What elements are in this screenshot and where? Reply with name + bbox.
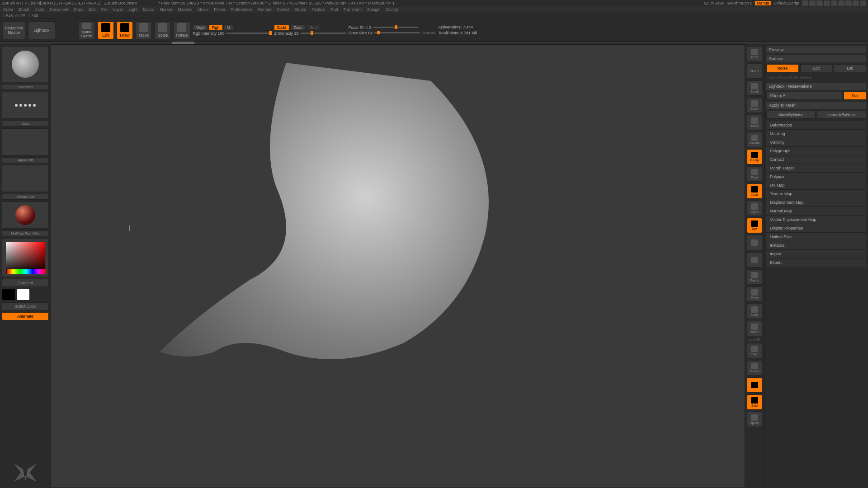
brush-selector[interactable] [2, 46, 49, 82]
delete-noise-button[interactable]: Del [834, 64, 866, 72]
nav-btn11[interactable] [747, 235, 762, 250]
nav-bpr[interactable]: BPR [747, 46, 762, 61]
section-visibility[interactable]: Visibility [766, 138, 866, 146]
menu-tool[interactable]: Tool [330, 7, 338, 12]
draw-mode-button[interactable]: Draw [117, 21, 133, 39]
nav-persp[interactable]: Persp [747, 149, 762, 164]
section-polypaint[interactable]: Polypaint [766, 172, 866, 181]
menu-document[interactable]: Document [50, 7, 68, 12]
surface-header[interactable]: Surface [766, 55, 866, 62]
nav-zoom[interactable]: Zoom [747, 98, 762, 113]
menu-material[interactable]: Material [178, 7, 192, 12]
nav-move[interactable]: Move [747, 286, 762, 302]
menu-picker[interactable]: Picker [214, 7, 225, 12]
quicksketch-button[interactable]: Quick Sketch [79, 21, 95, 39]
z-intensity-slider[interactable] [301, 33, 346, 34]
nav-local[interactable]: Local [747, 183, 762, 199]
menu-macro[interactable]: Macro [143, 7, 154, 12]
section-morph-target[interactable]: Morph Target [766, 164, 866, 172]
section-polygroups[interactable]: Polygroups [766, 146, 866, 155]
menu-stencil[interactable]: Stencil [277, 7, 289, 12]
menu-alpha[interactable]: Alpha [3, 7, 13, 12]
quicksave-button[interactable]: QuickSave [704, 1, 724, 5]
nav-transp[interactable]: Transp [747, 360, 762, 375]
help-icon[interactable] [838, 0, 844, 6]
section-uv-map[interactable]: UV Map [766, 181, 866, 189]
zadd-toggle[interactable]: Zadd [274, 25, 289, 30]
menu-texture[interactable]: Texture [311, 7, 325, 12]
m-toggle[interactable]: M [224, 25, 233, 30]
draw-size-slider[interactable] [374, 32, 420, 33]
viewport-canvas[interactable] [51, 44, 745, 488]
layout3-icon[interactable] [816, 0, 823, 6]
menu-zplugin[interactable]: Zplugin [367, 7, 381, 12]
section-masking[interactable]: Masking [766, 129, 866, 138]
texture-selector[interactable] [2, 165, 49, 192]
material-selector[interactable] [2, 202, 49, 229]
nav-rotate[interactable]: Rotate [747, 321, 762, 336]
nav-actual[interactable]: Actual [747, 115, 762, 130]
stroke-selector[interactable] [2, 92, 49, 119]
close-icon[interactable] [860, 0, 866, 6]
nav-floor[interactable]: Floor [747, 166, 762, 182]
minimize-icon[interactable] [845, 0, 852, 6]
seethrough-slider[interactable]: See-through 0 [726, 1, 752, 5]
snorm-slider[interactable]: SNorm 5 [766, 92, 842, 100]
layout2-icon[interactable] [809, 0, 816, 6]
menu-light[interactable]: Light [129, 7, 138, 12]
nav-frame[interactable]: Frame [747, 269, 762, 285]
alpha-selector[interactable] [2, 128, 49, 155]
nav-spix-3[interactable]: SPix 3 [747, 63, 762, 79]
nav-btn19[interactable] [747, 377, 762, 393]
edit-mode-button[interactable]: Edit [98, 21, 114, 39]
nav-lsym[interactable]: LSym [747, 201, 762, 216]
menu-edit[interactable]: Edit [89, 7, 96, 12]
nav-xpose[interactable]: Xpose [747, 412, 762, 427]
focal-shift-slider[interactable] [373, 27, 418, 28]
nav-xyz[interactable]: Xyz [747, 218, 762, 233]
layout1-icon[interactable] [802, 0, 808, 6]
mrgb-toggle[interactable]: Mrgb [193, 25, 208, 30]
menu-preferences[interactable]: Preferences [231, 7, 253, 12]
gradient-toggle[interactable]: Gradient [2, 279, 49, 287]
menu-transform[interactable]: Transform [343, 7, 362, 12]
dynamic-label[interactable]: Dynamic [421, 31, 435, 35]
menu-marker[interactable]: Marker [160, 7, 172, 12]
move-mode-button[interactable]: Move [136, 21, 152, 39]
unmaskbynoise-button[interactable]: UnmaskByNoise [817, 111, 866, 119]
section-export[interactable]: Export [766, 258, 866, 267]
menus-toggle[interactable]: Menus [755, 1, 771, 5]
edit-noise-button[interactable]: Edit [800, 64, 833, 72]
nav-btn12[interactable] [747, 252, 762, 267]
section-vector-displacement-map[interactable]: Vector Displacement Map [766, 215, 866, 224]
zcut-toggle[interactable]: Zcut [307, 25, 321, 30]
alternate-button[interactable]: Alternate [2, 312, 49, 320]
menu-stroke[interactable]: Stroke [294, 7, 306, 12]
nav-scale[interactable]: Scale [747, 304, 762, 319]
color-picker[interactable] [2, 238, 49, 277]
section-initialize[interactable]: Initialize [766, 241, 866, 249]
suv-slider[interactable]: Suv [844, 92, 866, 100]
maskbynoise-button[interactable]: MaskByNoise [766, 111, 816, 119]
menu-zscript[interactable]: Zscript [386, 7, 398, 12]
lightbox-button[interactable]: LightBox [28, 21, 55, 39]
maximize-icon[interactable] [853, 0, 859, 6]
section-contact[interactable]: Contact [766, 155, 866, 164]
layout4-icon[interactable] [824, 0, 830, 6]
section-deformation[interactable]: Deformation [766, 121, 866, 129]
nav-scroll[interactable]: Scroll [747, 80, 762, 96]
menu-draw[interactable]: Draw [74, 7, 83, 12]
menu-brush[interactable]: Brush [19, 7, 29, 12]
zsub-toggle[interactable]: Zsub [291, 25, 305, 30]
rgb-toggle[interactable]: Rgb [209, 25, 222, 30]
secondary-color-swatch[interactable] [2, 289, 15, 300]
projection-master-button[interactable]: Projection Master [3, 21, 25, 39]
section-texture-map[interactable]: Texture Map [766, 189, 866, 198]
menu-movie[interactable]: Movie [198, 7, 208, 12]
scale-mode-button[interactable]: Scale [155, 21, 171, 39]
mesh-object[interactable] [160, 63, 503, 397]
section-displacement-map[interactable]: Displacement Map [766, 198, 866, 206]
primary-color-swatch[interactable] [16, 289, 30, 300]
section-unified-skin[interactable]: Unified Skin [766, 232, 866, 241]
apply-to-mesh-button[interactable]: Apply To Mesh [766, 102, 866, 109]
